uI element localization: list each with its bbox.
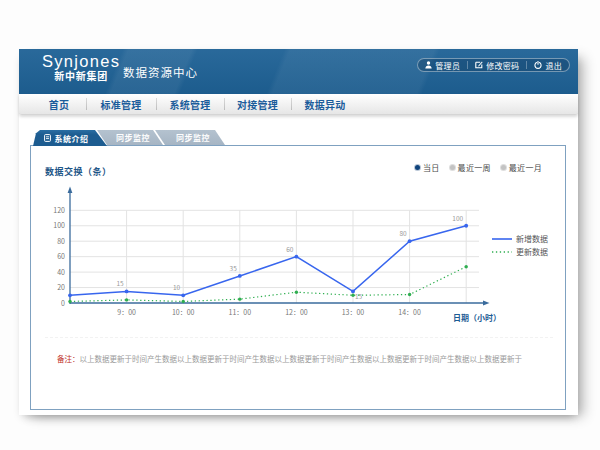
- tab-label: 系统介绍: [55, 133, 89, 144]
- note-divider: [45, 337, 553, 338]
- data-point: [408, 293, 411, 296]
- user-icon: [425, 61, 432, 69]
- logout-label: 退出: [545, 60, 562, 71]
- x-tick-label: 14：00: [398, 307, 421, 317]
- radio-option-2[interactable]: 最近一周: [450, 162, 491, 173]
- data-point: [181, 293, 185, 297]
- data-point: [238, 297, 241, 300]
- x-tick-label: 11：00: [229, 307, 252, 317]
- nav-item-4[interactable]: 对接管理: [224, 94, 291, 114]
- radio-option-1[interactable]: 当日: [415, 162, 440, 173]
- footnote-prefix: 备注：: [57, 353, 80, 364]
- brand-logo-subtext: 新中新集团: [42, 71, 120, 81]
- radio-label: 最近一月: [509, 162, 542, 173]
- tab-label-wrap: 系统介绍: [33, 130, 107, 146]
- data-point: [68, 300, 71, 303]
- radio-label: 当日: [423, 162, 440, 173]
- change-password-button[interactable]: 修改密码: [468, 60, 526, 71]
- y-tick-label: 60: [57, 251, 65, 261]
- x-tick-label: 13：00: [342, 307, 365, 317]
- data-point-label: 15: [116, 278, 124, 288]
- brand-logo-text: Synjones: [42, 54, 120, 69]
- data-point-label: 10: [173, 282, 181, 292]
- series-line-新增数据: [70, 226, 466, 296]
- logout-button[interactable]: 退出: [527, 60, 569, 71]
- y-tick-label: 0: [61, 298, 65, 308]
- data-point: [182, 300, 185, 303]
- content-panel: 当日最近一周最近一月 0204060801001209：0010：0011：00…: [30, 145, 566, 410]
- x-tick-label: 9：00: [117, 307, 136, 317]
- y-tick-label: 40: [57, 267, 65, 277]
- radio-option-3[interactable]: 最近一月: [501, 162, 542, 173]
- y-axis-arrow: [68, 187, 73, 194]
- data-point: [125, 290, 129, 294]
- nav-item-3[interactable]: 系统管理: [156, 94, 224, 114]
- data-point: [351, 294, 354, 297]
- data-point: [68, 293, 72, 297]
- tab-bar: 系统介绍 同步监控 同步监控: [19, 130, 578, 146]
- x-tick-label: 10：00: [172, 307, 195, 317]
- nav-item-1[interactable]: 首页: [32, 94, 86, 114]
- power-icon: [534, 61, 542, 69]
- y-axis-title: 数据交换（条）: [45, 165, 112, 178]
- radio-dot: [415, 165, 420, 170]
- y-tick-label: 120: [53, 205, 65, 215]
- page-title: 数据资源中心: [123, 49, 198, 94]
- footnote-text: 以上数据更新于时间产生数据以上数据更新于时间产生数据以上数据更新于时间产生数据以…: [80, 353, 523, 364]
- radio-dot: [450, 165, 455, 170]
- user-toolbar: 管理员 修改密码 退出: [417, 58, 570, 72]
- change-password-label: 修改密码: [486, 60, 519, 71]
- data-point: [465, 265, 468, 268]
- user-menu-label: 管理员: [435, 60, 460, 71]
- data-point: [295, 290, 298, 293]
- data-point-label: 35: [230, 263, 238, 273]
- data-point: [408, 239, 412, 243]
- data-point: [238, 274, 242, 278]
- footnote: 备注：以上数据更新于时间产生数据以上数据更新于时间产生数据以上数据更新于时间产生…: [57, 353, 559, 364]
- data-point: [295, 255, 299, 259]
- tab-label: 同步监控: [155, 130, 225, 145]
- x-axis-arrow: [483, 301, 490, 306]
- brand-logo: Synjones 新中新集团: [42, 54, 120, 81]
- nav-item-2[interactable]: 标准管理: [86, 94, 156, 114]
- radio-label: 最近一周: [458, 162, 491, 173]
- range-filter: 当日最近一周最近一月: [415, 162, 542, 173]
- y-tick-label: 20: [57, 282, 65, 292]
- y-tick-label: 100: [53, 220, 65, 230]
- radio-dot: [501, 165, 506, 170]
- main-nav: 首页标准管理系统管理对接管理数据异动: [19, 94, 578, 115]
- tab-system-intro[interactable]: 系统介绍: [33, 130, 107, 146]
- page: Synjones 新中新集团 数据资源中心 管理员 修改密码 退出 首页标准管理…: [19, 49, 578, 415]
- y-tick-label: 80: [57, 236, 65, 246]
- data-point-label: 100: [452, 213, 463, 223]
- x-tick-label: 12：00: [285, 307, 308, 317]
- nav-item-5[interactable]: 数据异动: [291, 94, 359, 114]
- legend-label: 更新数据: [516, 246, 548, 257]
- tab-sync-monitor-2[interactable]: 同步监控: [155, 130, 225, 145]
- document-icon: [44, 134, 51, 142]
- app-header: Synjones 新中新集团 数据资源中心 管理员 修改密码 退出: [19, 49, 578, 94]
- line-chart: 0204060801001209：0010：0011：0012：0013：001…: [31, 146, 565, 409]
- user-menu[interactable]: 管理员: [418, 60, 467, 71]
- data-point-label: 60: [286, 244, 294, 254]
- data-point-label: 15: [355, 291, 363, 301]
- x-axis-title: 日期（小时）: [453, 312, 501, 323]
- data-point: [464, 224, 468, 228]
- legend-label: 新增数据: [516, 233, 548, 244]
- data-point-label: 80: [399, 228, 407, 238]
- data-point: [125, 298, 128, 301]
- edit-icon: [475, 61, 483, 69]
